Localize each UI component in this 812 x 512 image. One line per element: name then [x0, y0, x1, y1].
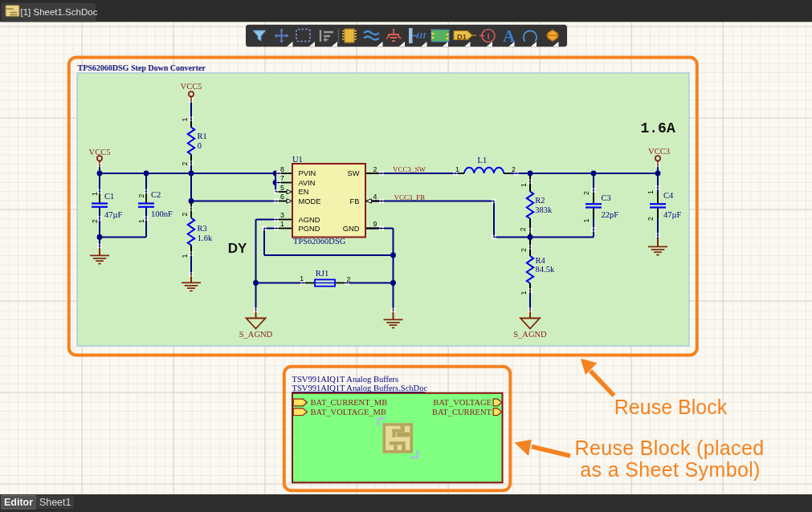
svg-text:GND: GND: [343, 225, 360, 233]
svg-text:VCC5: VCC5: [181, 82, 202, 91]
svg-text:U1: U1: [292, 155, 303, 164]
svg-text:Reuse Block (placed: Reuse Block (placed: [575, 437, 765, 459]
svg-text:BAT_VOLTAGE: BAT_VOLTAGE: [433, 398, 492, 407]
svg-text:7: 7: [280, 174, 284, 182]
svg-text:TPS62060DSG: TPS62060DSG: [293, 237, 346, 246]
svg-text:383k: 383k: [535, 205, 553, 214]
svg-text:Editor: Editor: [4, 497, 33, 508]
svg-text:C4: C4: [663, 191, 674, 200]
svg-text:4: 4: [373, 193, 377, 201]
svg-text:D1: D1: [457, 32, 467, 41]
svg-text:1: 1: [91, 192, 99, 196]
svg-text:1: 1: [582, 218, 590, 222]
svg-text:2: 2: [512, 165, 516, 173]
svg-text:2: 2: [520, 227, 528, 231]
svg-text:BAT_CURRENT: BAT_CURRENT: [432, 408, 492, 417]
svg-text:2: 2: [137, 193, 145, 197]
svg-text:AVIN: AVIN: [299, 179, 316, 187]
svg-text:PGND: PGND: [299, 225, 320, 233]
svg-text:2: 2: [91, 219, 99, 223]
svg-text:1: 1: [647, 190, 655, 194]
svg-text:C3: C3: [602, 193, 611, 202]
svg-text:22pF: 22pF: [602, 210, 619, 219]
svg-text:FB: FB: [350, 197, 360, 205]
svg-text:R2: R2: [535, 196, 545, 205]
svg-text:0: 0: [198, 141, 202, 150]
svg-text:1.6k: 1.6k: [198, 234, 213, 242]
svg-text:BAT_CURRENT_MB: BAT_CURRENT_MB: [311, 398, 388, 407]
svg-text:47µF: 47µF: [663, 210, 682, 219]
svg-text:VCC5: VCC5: [89, 148, 111, 156]
svg-text:1: 1: [520, 291, 528, 295]
svg-text:AGND: AGND: [299, 216, 320, 224]
svg-text:2: 2: [347, 275, 351, 283]
svg-text:PVIN: PVIN: [299, 169, 316, 177]
svg-text:SW: SW: [348, 169, 360, 177]
svg-text:5: 5: [280, 184, 284, 192]
svg-text:A: A: [503, 26, 516, 46]
svg-text:EN: EN: [299, 188, 309, 196]
svg-text:R3: R3: [198, 224, 207, 233]
svg-text:Reuse Block: Reuse Block: [614, 396, 728, 418]
svg-text:2: 2: [647, 217, 655, 221]
svg-text:1.6A: 1.6A: [641, 120, 675, 136]
svg-text:47µF: 47µF: [104, 210, 123, 219]
svg-text:2: 2: [582, 191, 590, 195]
svg-text:R1: R1: [198, 132, 207, 140]
svg-text:1: 1: [181, 254, 189, 258]
svg-text:BAT_VOLTAGE_MB: BAT_VOLTAGE_MB: [311, 408, 386, 417]
svg-text:TPS62060DSG Step Down Converte: TPS62060DSG Step Down Converter: [78, 63, 206, 72]
svg-text:L1: L1: [478, 156, 488, 165]
svg-text:2: 2: [181, 212, 189, 216]
svg-text:1: 1: [280, 220, 284, 228]
svg-text:3: 3: [280, 211, 284, 219]
svg-text:C1: C1: [104, 192, 114, 201]
svg-text:2: 2: [520, 248, 528, 252]
svg-text:1: 1: [137, 219, 145, 223]
svg-text:VCC3_SW: VCC3_SW: [393, 165, 426, 173]
svg-text:VCC3_FB: VCC3_FB: [394, 193, 426, 201]
svg-text:2: 2: [373, 165, 377, 173]
svg-text:TSV991AIQ1T Analog Buffers.Sch: TSV991AIQ1T Analog Buffers.SchDoc: [292, 384, 428, 392]
svg-text:DY: DY: [228, 241, 247, 256]
svg-text:1: 1: [300, 274, 304, 282]
svg-text:[1] Sheet1.SchDoc: [1] Sheet1.SchDoc: [21, 7, 98, 17]
svg-text:9: 9: [373, 220, 377, 228]
svg-text:84.5k: 84.5k: [536, 265, 555, 274]
svg-text:MODE: MODE: [299, 197, 321, 205]
svg-text:Sheet1: Sheet1: [39, 497, 71, 508]
svg-text:C2: C2: [151, 190, 161, 199]
svg-text:6: 6: [280, 193, 284, 201]
svg-text:S_AGND: S_AGND: [239, 330, 273, 339]
svg-text:1: 1: [181, 117, 189, 121]
svg-text:8: 8: [280, 165, 284, 173]
svg-text:TSV991AIQ1T Analog Buffers: TSV991AIQ1T Analog Buffers: [292, 375, 399, 384]
svg-text:as a Sheet Symbol): as a Sheet Symbol): [580, 458, 760, 481]
svg-text:S_AGND: S_AGND: [513, 330, 547, 339]
svg-text:R4: R4: [536, 256, 546, 265]
svg-text:1: 1: [520, 183, 528, 187]
svg-text:i: i: [487, 31, 489, 41]
svg-text:1: 1: [455, 165, 459, 173]
svg-text:2: 2: [181, 161, 189, 165]
svg-text:RJ1: RJ1: [316, 269, 328, 278]
svg-text:VCC3: VCC3: [648, 147, 670, 156]
svg-text:100nF: 100nF: [151, 209, 173, 218]
